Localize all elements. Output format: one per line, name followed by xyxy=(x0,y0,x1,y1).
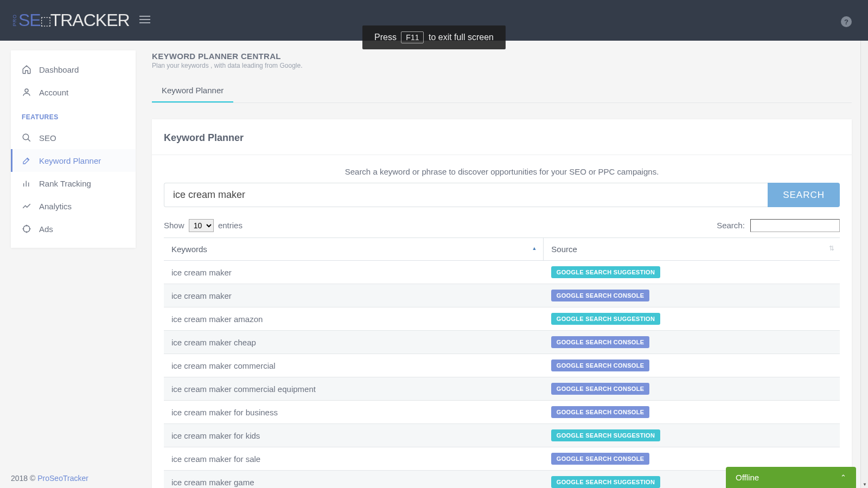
column-source[interactable]: Source xyxy=(544,238,840,261)
show-label: Show xyxy=(164,221,184,230)
sidebar-item-label: Ads xyxy=(39,224,53,234)
svg-point-4 xyxy=(23,134,29,140)
column-keywords[interactable]: Keywords xyxy=(164,238,544,261)
chat-widget[interactable]: Offline ⌃ xyxy=(726,467,856,488)
user-icon xyxy=(22,87,31,97)
keyword-cell: ice cream maker commercial equipment xyxy=(164,377,544,401)
footer-brand-link[interactable]: ProSeoTracker xyxy=(37,474,88,483)
fullscreen-press: Press xyxy=(374,33,397,42)
app-logo[interactable]: PRO SE ⬚ TRACKER xyxy=(12,10,130,30)
keyword-cell: ice cream maker cheap xyxy=(164,331,544,354)
keyword-cell: ice cream maker xyxy=(164,284,544,307)
table-row[interactable]: ice cream makerGOOGLE SEARCH CONSOLE xyxy=(164,284,840,307)
table-row[interactable]: ice cream maker cheapGOOGLE SEARCH CONSO… xyxy=(164,331,840,354)
footer: 2018 © ProSeoTracker xyxy=(11,474,88,483)
keyword-cell: ice cream maker commercial xyxy=(164,354,544,377)
table-row[interactable]: ice cream maker amazonGOOGLE SEARCH SUGG… xyxy=(164,307,840,331)
keywords-table: Keywords Source ice cream makerGOOGLE SE… xyxy=(164,237,840,488)
logo-pro: PRO xyxy=(12,14,17,27)
keyword-search-input[interactable] xyxy=(164,183,768,207)
sidebar-item-dashboard[interactable]: Dashboard xyxy=(11,58,136,81)
line-chart-icon xyxy=(22,201,31,211)
logo-icon: ⬚ xyxy=(40,14,51,28)
page-title: KEYWORD PLANNER CENTRAL xyxy=(152,52,852,61)
filter-label: Search: xyxy=(717,221,745,230)
keyword-planner-card: Keyword Planner Search a keyword or phra… xyxy=(152,119,852,488)
sidebar-item-seo[interactable]: SEO xyxy=(11,126,136,149)
sidebar-section-features: FEATURES xyxy=(11,104,136,126)
table-row[interactable]: ice cream maker commercial equipmentGOOG… xyxy=(164,377,840,401)
tabs: Keyword Planner xyxy=(152,79,852,103)
entries-select[interactable]: 10 xyxy=(189,219,214,232)
keyword-cell: ice cream maker xyxy=(164,261,544,284)
source-badge: GOOGLE SEARCH SUGGESTION xyxy=(551,476,660,488)
source-badge: GOOGLE SEARCH SUGGESTION xyxy=(551,313,660,325)
source-badge: GOOGLE SEARCH CONSOLE xyxy=(551,336,650,348)
search-icon xyxy=(22,133,31,143)
sidebar-item-rank-tracking[interactable]: Rank Tracking xyxy=(11,172,136,195)
footer-year: 2018 © xyxy=(11,474,37,483)
svg-line-5 xyxy=(28,139,30,142)
table-row[interactable]: ice cream maker for kidsGOOGLE SEARCH SU… xyxy=(164,424,840,447)
target-icon xyxy=(22,224,31,234)
sidebar-item-ads[interactable]: Ads xyxy=(11,217,136,240)
help-icon[interactable]: ? xyxy=(841,16,852,27)
sidebar-item-label: SEO xyxy=(39,133,56,143)
page-subtitle: Plan your keywords , with data leading f… xyxy=(152,62,852,69)
source-badge: GOOGLE SEARCH CONSOLE xyxy=(551,383,650,395)
search-hint: Search a keyword or phrase to discover o… xyxy=(164,167,840,176)
source-cell: GOOGLE SEARCH CONSOLE xyxy=(544,284,840,307)
fullscreen-rest: to exit full screen xyxy=(429,33,494,42)
source-cell: GOOGLE SEARCH SUGGESTION xyxy=(544,424,840,447)
tab-keyword-planner[interactable]: Keyword Planner xyxy=(152,79,233,102)
keyword-cell: ice cream maker game xyxy=(164,471,544,489)
source-cell: GOOGLE SEARCH CONSOLE xyxy=(544,401,840,424)
source-cell: GOOGLE SEARCH SUGGESTION xyxy=(544,307,840,331)
main-content: KEYWORD PLANNER CENTRAL Plan your keywor… xyxy=(136,41,868,488)
menu-toggle-button[interactable] xyxy=(139,15,150,25)
sidebar: Dashboard Account FEATURES SEO Keyword P… xyxy=(11,50,136,248)
page-scrollbar[interactable]: ▲ ▼ xyxy=(860,0,868,488)
keyword-cell: ice cream maker for business xyxy=(164,401,544,424)
scroll-down-arrow[interactable]: ▼ xyxy=(861,480,868,488)
logo-se: SE xyxy=(18,10,41,30)
card-title: Keyword Planner xyxy=(152,130,852,155)
source-badge: GOOGLE SEARCH SUGGESTION xyxy=(551,429,660,441)
bar-chart-icon xyxy=(22,178,31,188)
keyword-cell: ice cream maker for kids xyxy=(164,424,544,447)
sidebar-item-label: Rank Tracking xyxy=(39,179,91,188)
source-badge: GOOGLE SEARCH CONSOLE xyxy=(551,406,650,418)
source-cell: GOOGLE SEARCH SUGGESTION xyxy=(544,261,840,284)
filter-control: Search: xyxy=(717,219,840,232)
table-filter-input[interactable] xyxy=(750,219,840,232)
table-row[interactable]: ice cream maker for businessGOOGLE SEARC… xyxy=(164,401,840,424)
svg-point-3 xyxy=(25,89,28,92)
sidebar-item-keyword-planner[interactable]: Keyword Planner xyxy=(11,149,136,172)
svg-point-9 xyxy=(23,226,30,232)
logo-tracker: TRACKER xyxy=(50,10,130,30)
source-cell: GOOGLE SEARCH CONSOLE xyxy=(544,377,840,401)
chevron-up-icon: ⌃ xyxy=(840,473,846,481)
source-badge: GOOGLE SEARCH CONSOLE xyxy=(551,453,650,465)
sidebar-item-label: Keyword Planner xyxy=(39,156,101,165)
fullscreen-key: F11 xyxy=(401,31,424,43)
sidebar-item-account[interactable]: Account xyxy=(11,81,136,104)
table-row[interactable]: ice cream maker commercialGOOGLE SEARCH … xyxy=(164,354,840,377)
source-badge: GOOGLE SEARCH CONSOLE xyxy=(551,359,650,371)
fullscreen-hint: Press F11 to exit full screen xyxy=(362,25,506,49)
keyword-cell: ice cream maker for sale xyxy=(164,447,544,471)
sidebar-item-analytics[interactable]: Analytics xyxy=(11,195,136,217)
page-header: KEYWORD PLANNER CENTRAL Plan your keywor… xyxy=(152,52,852,69)
table-row[interactable]: ice cream makerGOOGLE SEARCH SUGGESTION xyxy=(164,261,840,284)
source-cell: GOOGLE SEARCH CONSOLE xyxy=(544,331,840,354)
sidebar-item-label: Analytics xyxy=(39,202,72,211)
edit-icon xyxy=(22,156,31,165)
source-badge: GOOGLE SEARCH SUGGESTION xyxy=(551,266,660,278)
source-badge: GOOGLE SEARCH CONSOLE xyxy=(551,290,650,301)
keyword-cell: ice cream maker amazon xyxy=(164,307,544,331)
search-button[interactable]: SEARCH xyxy=(768,183,840,207)
sidebar-item-label: Account xyxy=(39,88,68,97)
source-cell: GOOGLE SEARCH CONSOLE xyxy=(544,354,840,377)
chat-status: Offline xyxy=(736,473,759,482)
entries-control: Show 10 entries xyxy=(164,219,242,232)
